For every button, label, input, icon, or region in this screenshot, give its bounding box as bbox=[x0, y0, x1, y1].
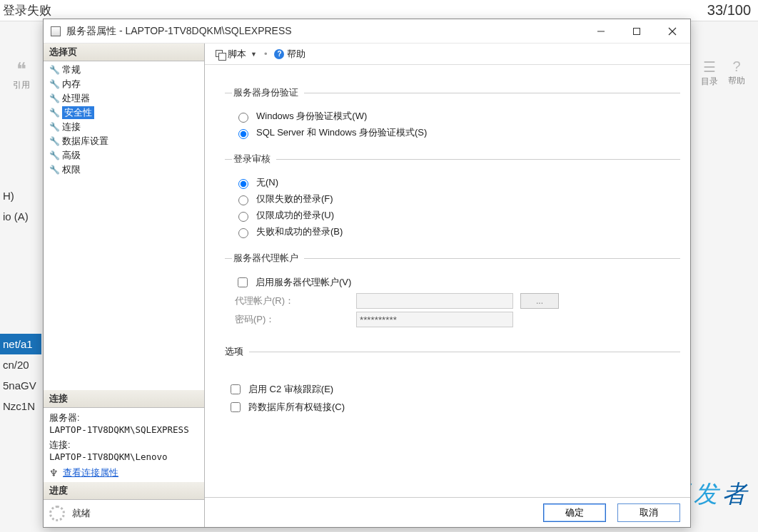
script-label: 脚本 bbox=[228, 48, 246, 61]
connection-block: 服务器: LAPTOP-1TV8DQKM\SQLEXPRESS 连接: LAPT… bbox=[44, 408, 204, 482]
quote-icon: ❝ bbox=[0, 58, 43, 81]
options-legend: 选项 bbox=[225, 346, 249, 357]
wrench-icon: 🔧 bbox=[49, 78, 59, 91]
server-label: 服务器: bbox=[49, 412, 198, 424]
quote-label: 引用 bbox=[0, 79, 43, 91]
audit-both-radio[interactable] bbox=[238, 228, 248, 238]
page-list: 🔧常规 🔧内存 🔧处理器 🔧安全性 🔧连接 🔧数据库设置 🔧高级 🔧权限 bbox=[44, 61, 204, 178]
wrench-icon: 🔧 bbox=[49, 149, 59, 162]
server-properties-dialog: 服务器属性 - LAPTOP-1TV8DQKM\SQLEXPRESS 选择页 🔧… bbox=[43, 19, 691, 528]
script-dropdown[interactable]: 脚本 ▼ bbox=[212, 46, 260, 62]
page-item-permissions[interactable]: 🔧权限 bbox=[48, 163, 200, 177]
bg-frag: cn/20 bbox=[0, 354, 41, 375]
spinner-icon bbox=[49, 506, 65, 521]
help-label: 帮助 bbox=[287, 48, 305, 61]
titlebar: 服务器属性 - LAPTOP-1TV8DQKM\SQLEXPRESS bbox=[44, 19, 690, 44]
cross-db-checkbox[interactable] bbox=[231, 402, 241, 412]
server-authentication-group: 服务器身份验证 Windows 身份验证模式(W) SQL Server 和 W… bbox=[225, 86, 680, 143]
proxy-password-label: 密码(P)： bbox=[235, 313, 356, 326]
proxy-account-group: 服务器代理帐户 启用服务器代理帐户(V) 代理帐户(R)： ... 密码(P)： bbox=[225, 252, 680, 330]
audit-failed-label[interactable]: 仅限失败的登录(F) bbox=[256, 193, 333, 205]
options-group: 选项 启用 C2 审核跟踪(E) 跨数据库所有权链接(C) bbox=[225, 352, 680, 414]
toolbar: 脚本 ▼ • ? 帮助 bbox=[205, 44, 690, 65]
wrench-icon: 🔧 bbox=[49, 106, 59, 119]
wrench-icon: 🔧 bbox=[49, 92, 59, 105]
proxy-password-input bbox=[356, 312, 513, 327]
select-page-header: 选择页 bbox=[44, 44, 204, 61]
wrench-icon: 🔧 bbox=[49, 121, 59, 133]
auth-mixed-radio[interactable] bbox=[238, 129, 248, 139]
audit-success-label[interactable]: 仅限成功的登录(U) bbox=[256, 209, 334, 222]
login-audit-legend: 登录审核 bbox=[232, 153, 276, 165]
c2-audit-label[interactable]: 启用 C2 审核跟踪(E) bbox=[248, 383, 333, 396]
server-value: LAPTOP-1TV8DQKM\SQLEXPRESS bbox=[49, 424, 198, 435]
app-icon bbox=[51, 26, 61, 36]
audit-both-label[interactable]: 失败和成功的登录(B) bbox=[256, 225, 343, 238]
help-button[interactable]: ? 帮助 bbox=[271, 46, 308, 62]
left-pane: 选择页 🔧常规 🔧内存 🔧处理器 🔧安全性 🔧连接 🔧数据库设置 🔧高级 🔧权限… bbox=[44, 44, 205, 527]
chevron-down-icon: ▼ bbox=[251, 51, 257, 58]
cancel-button[interactable]: 取消 bbox=[617, 503, 680, 522]
toolbar-separator: • bbox=[264, 48, 268, 59]
wrench-icon: 🔧 bbox=[49, 135, 59, 148]
page-item-database-settings[interactable]: 🔧数据库设置 bbox=[48, 134, 200, 148]
wrench-icon: 🔧 bbox=[49, 63, 59, 76]
window-title: 服务器属性 - LAPTOP-1TV8DQKM\SQLEXPRESS bbox=[66, 25, 292, 38]
c2-audit-checkbox[interactable] bbox=[231, 384, 241, 394]
progress-block: 就绪 bbox=[44, 500, 204, 527]
page-item-security[interactable]: 🔧安全性 bbox=[48, 106, 200, 120]
cross-db-label[interactable]: 跨数据库所有权链接(C) bbox=[248, 401, 345, 414]
help-icon: ? bbox=[274, 49, 284, 59]
proxy-account-legend: 服务器代理帐户 bbox=[232, 252, 304, 265]
bg-frag: net/a1 bbox=[0, 334, 41, 354]
proxy-account-label: 代理帐户(R)： bbox=[235, 295, 356, 307]
auth-windows-radio[interactable] bbox=[238, 113, 248, 123]
bg-help: ?帮助 bbox=[728, 58, 745, 88]
maximize-button[interactable] bbox=[619, 19, 655, 44]
audit-none-label[interactable]: 无(N) bbox=[256, 176, 278, 189]
login-audit-group: 登录审核 无(N) 仅限失败的登录(F) 仅限成功的登录(U) bbox=[225, 153, 680, 242]
bg-frag: 5naGV bbox=[0, 375, 41, 396]
enable-proxy-label[interactable]: 启用服务器代理帐户(V) bbox=[256, 276, 351, 289]
page-item-memory[interactable]: 🔧内存 bbox=[48, 77, 200, 91]
view-connection-properties-link[interactable]: 查看连接属性 bbox=[63, 466, 118, 479]
page-item-general[interactable]: 🔧常规 bbox=[48, 63, 200, 77]
audit-success-radio[interactable] bbox=[238, 212, 248, 222]
right-pane: 脚本 ▼ • ? 帮助 服务器身份验证 Windows 身份验证模式(W) bbox=[205, 44, 690, 527]
bg-frag: io (A) bbox=[0, 206, 41, 227]
progress-status: 就绪 bbox=[72, 507, 91, 520]
auth-mixed-label[interactable]: SQL Server 和 Windows 身份验证模式(S) bbox=[256, 126, 427, 139]
bg-top-text: 登录失败 bbox=[3, 2, 51, 19]
server-authentication-legend: 服务器身份验证 bbox=[232, 86, 304, 99]
wrench-icon: 🔧 bbox=[49, 163, 59, 176]
page-item-advanced[interactable]: 🔧高级 bbox=[48, 148, 200, 163]
bg-page-counter: 33/100 bbox=[707, 2, 758, 19]
bg-frag: H) bbox=[0, 185, 41, 206]
audit-failed-radio[interactable] bbox=[238, 195, 248, 205]
connection-value: LAPTOP-1TV8DQKM\Lenovo bbox=[49, 451, 198, 462]
content-area: 服务器身份验证 Windows 身份验证模式(W) SQL Server 和 W… bbox=[205, 65, 690, 497]
connection-header: 连接 bbox=[44, 390, 204, 408]
proxy-browse-button: ... bbox=[520, 293, 559, 309]
page-item-processors[interactable]: 🔧处理器 bbox=[48, 91, 200, 106]
close-button[interactable] bbox=[655, 19, 690, 44]
plug-icon: ♆ bbox=[49, 467, 59, 479]
script-icon bbox=[215, 49, 225, 59]
ok-button[interactable]: 确定 bbox=[543, 503, 606, 522]
auth-windows-label[interactable]: Windows 身份验证模式(W) bbox=[256, 110, 367, 123]
button-bar: 确定 取消 bbox=[205, 497, 690, 527]
connection-label: 连接: bbox=[49, 439, 198, 451]
bg-toc: ☰目录 bbox=[701, 58, 718, 88]
enable-proxy-checkbox[interactable] bbox=[238, 277, 248, 287]
minimize-button[interactable] bbox=[583, 19, 619, 44]
progress-header: 进度 bbox=[44, 482, 204, 500]
audit-none-radio[interactable] bbox=[238, 179, 248, 189]
proxy-account-input bbox=[356, 293, 513, 309]
bg-frag: Nzc1N bbox=[0, 396, 41, 416]
page-item-connections[interactable]: 🔧连接 bbox=[48, 120, 200, 134]
svg-rect-1 bbox=[634, 28, 640, 34]
